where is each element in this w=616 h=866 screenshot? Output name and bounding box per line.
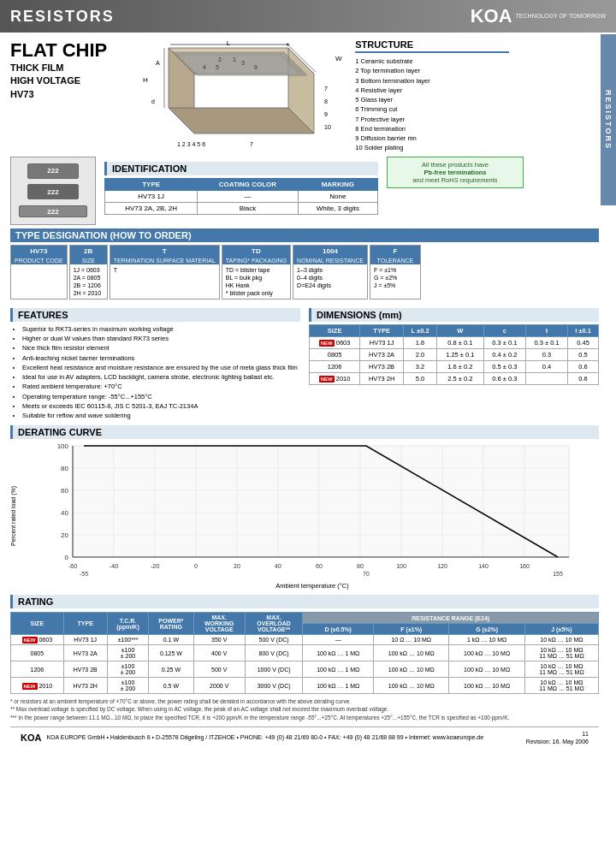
svg-text:L: L [227, 39, 231, 47]
rating-g-header: G (±2%) [449, 624, 524, 635]
chip-photo-2: 222 [27, 184, 79, 199]
td-box-3: TD TAPING* PACKAGING TD = blister tapeBL… [222, 245, 291, 300]
structure-item: 9 Diffusion barrier rim [355, 133, 509, 143]
product-code: HV73 [10, 88, 107, 101]
structure-item: 2 Top termination layer [355, 66, 509, 75]
svg-text:7: 7 [250, 141, 253, 147]
footer-logo: KOA [21, 733, 41, 743]
rating-j-0805: 10 kΩ … 10 MΩ11 MΩ … 51 MΩ [524, 645, 598, 661]
footer-page: 11 [582, 731, 589, 737]
rating-row-0805: 0805 HV73 2A ±100± 200 0.125 W 400 V 800… [11, 645, 599, 661]
td-box-top-1: 2B [70, 246, 107, 257]
rating-power-0603: 0.1 W [149, 635, 193, 645]
rating-overload-2010: 3000 V (DC) [245, 678, 303, 694]
features-dimensions-section: FEATURES Superior to RK73-series in maxi… [10, 303, 599, 421]
rating-header-size: SIZE [11, 613, 64, 635]
feature-item: Superior to RK73-series in maximum worki… [22, 324, 300, 334]
logo-subtitle: TECHNOLOGY OF TOMORROW [516, 13, 606, 20]
svg-rect-26 [73, 446, 569, 557]
rating-f-0603: 10 Ω … 10 MΩ [374, 635, 449, 645]
rating-type-2010: HV73 2H [63, 678, 107, 694]
structure-item: 8 End termination [355, 124, 509, 133]
rating-j-0603: 10 kΩ … 10 MΩ [524, 635, 598, 645]
td-box-mid-2: TERMINATION SURFACE MATERIAL [110, 257, 219, 264]
dim-size-0805: 0805 [310, 348, 360, 360]
dim-t-0805: 0.3 [525, 348, 567, 360]
type-desig-row: HV73 PRODUCT CODE 2B SIZE 1J = 06032A = … [10, 245, 599, 300]
id-col-coating: COATING COLOR [198, 178, 298, 190]
svg-text:40: 40 [61, 509, 68, 517]
rating-power-1206: 0.25 W [149, 661, 193, 678]
rating-row-2010: NEW 2010 HV73 2H ±100± 200 0.5 W 2000 V … [11, 678, 599, 694]
id-coating-2: Black [198, 202, 298, 214]
dim-w-0805: 1.25 ± 0.1 [436, 348, 483, 360]
rating-size-0603: NEW 0603 [11, 635, 64, 645]
side-label: RESISTORS [601, 34, 616, 205]
structure-section: STRUCTURE 1 Ceramic substrate 2 Top term… [355, 39, 509, 153]
rohs-line3: and meet RoHS requirements [394, 176, 516, 184]
rating-size-2010: NEW 2010 [11, 678, 64, 694]
dimensions-title: DIMENSIONS (mm) [309, 308, 599, 322]
dim-w-0603: 0.8 ± 0.1 [436, 336, 483, 348]
id-row-1: HV73 1J — None [105, 190, 378, 202]
td-box-2: T TERMINATION SURFACE MATERIAL T [110, 245, 220, 300]
footer-company: KOA EUROPE GmbH • Haldenbusch 8 • D-2557… [46, 734, 483, 740]
rating-header-tcr: T.C.R.(ppm/K) [107, 613, 148, 635]
dim-l2-0805: 0.5 [568, 348, 599, 360]
td-box-body-4: 1–3 digits0–4 digitsD=E24 digits [293, 264, 367, 291]
svg-text:9: 9 [324, 111, 328, 117]
rating-header-type: TYPE [63, 613, 107, 635]
product-subtitle1: THICK FILM [10, 62, 107, 74]
logo-text: KOA [471, 5, 512, 27]
svg-text:5: 5 [216, 64, 219, 70]
feature-item: Meets or exceeds IEC 60115-8, JIS C 5201… [22, 401, 300, 411]
structure-item: 1 Ceramic substrate [355, 56, 509, 66]
rating-header-overload: MAX.OVERLOADVOLTAGE** [245, 613, 303, 635]
features-section: FEATURES Superior to RK73-series in maxi… [10, 303, 300, 421]
dim-header-type: TYPE [360, 324, 404, 336]
dim-header-size: SIZE [310, 324, 360, 336]
id-type-1: HV73 1J [105, 190, 198, 202]
dim-w-1206: 1.6 ± 0.2 [436, 360, 483, 372]
dim-l2-2010: 0.6 [568, 372, 599, 384]
type-desig-title: TYPE DESIGNATION (HOW TO ORDER) [10, 228, 599, 242]
dim-size-0603: NEW 0603 [310, 336, 360, 348]
dim-c-0805: 0.4 ± 0.2 [483, 348, 525, 360]
rating-size-0805: 0805 [11, 645, 64, 661]
derating-svg: 100 80 60 40 20 0 -60 -40 -20 0 20 40 60… [26, 442, 599, 578]
td-box-mid-1: SIZE [70, 257, 107, 264]
svg-text:A: A [156, 60, 160, 66]
dim-header-t: t [525, 324, 567, 336]
td-box-mid-5: TOLERANCE [370, 257, 420, 264]
product-title: FLAT CHIP [10, 39, 107, 62]
feature-item: Anti-leaching nickel barrier termination… [22, 353, 300, 363]
svg-marker-3 [169, 108, 314, 133]
svg-text:20: 20 [234, 563, 240, 569]
svg-text:120: 120 [437, 563, 447, 569]
identification-section: IDENTIFICATION TYPE COATING COLOR MARKIN… [104, 157, 378, 215]
feature-item: Operating temperature range: -55°C...+15… [22, 392, 300, 401]
svg-text:140: 140 [478, 563, 489, 569]
resistance-range-header: RESISTANCE RANGE (E24) [303, 613, 599, 624]
dim-l2-0603: 0.45 [568, 336, 599, 348]
feature-item: Suitable for reflow and wave soldering [22, 411, 300, 420]
dim-type-1206: HV73 2B [360, 360, 404, 372]
id-type-2: HV73 2A, 2B, 2H [105, 202, 198, 214]
svg-text:1: 1 [233, 56, 236, 62]
td-box-mid-4: NOMINAL RESISTANCE [293, 257, 367, 264]
footnote-2: ** Max overload voltage is specified by … [10, 705, 599, 713]
main-content: FLAT CHIP THICK FILM HIGH VOLTAGE HV73 [0, 33, 616, 755]
td-box-4: 1004 NOMINAL RESISTANCE 1–3 digits0–4 di… [293, 245, 368, 300]
rating-overload-0603: 500 V (DC) [245, 635, 303, 645]
svg-text:2: 2 [218, 56, 222, 62]
dim-row-2010: NEW 2010 HV73 2H 5.0 2.5 ± 0.2 0.6 ± 0.3… [310, 372, 599, 384]
dim-header-l2: l ±0.1 [568, 324, 599, 336]
rating-d-0603: — [303, 635, 374, 645]
dim-size-2010: NEW 2010 [310, 372, 360, 384]
rating-type-0603: HV73 1J [63, 635, 107, 645]
derating-section: DERATING CURVE Percent rated load (%) [10, 425, 599, 590]
rating-tcr-0603: ±100*** [107, 635, 148, 645]
dim-l-0805: 2.0 [404, 348, 437, 360]
rating-power-2010: 0.5 W [149, 678, 193, 694]
dim-c-1206: 0.5 ± 0.3 [483, 360, 525, 372]
